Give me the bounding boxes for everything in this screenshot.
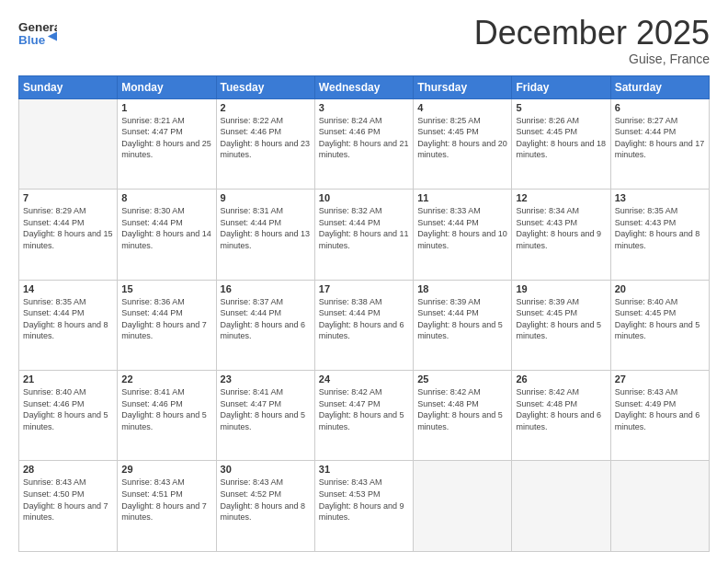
day-number: 14 (23, 283, 113, 294)
calendar-cell: 25Sunrise: 8:42 AMSunset: 4:48 PMDayligh… (414, 371, 512, 461)
svg-text:Blue: Blue (18, 33, 46, 47)
calendar-cell (19, 98, 118, 189)
day-number: 24 (319, 373, 409, 385)
calendar-cell: 3Sunrise: 8:24 AMSunset: 4:46 PMDaylight… (314, 98, 413, 189)
calendar-cell: 15Sunrise: 8:36 AMSunset: 4:44 PMDayligh… (118, 280, 216, 370)
logo-icon: General Blue (18, 15, 57, 53)
day-info: Sunrise: 8:27 AMSunset: 4:44 PMDaylight:… (615, 115, 705, 161)
day-number: 29 (121, 464, 211, 475)
calendar-cell: 27Sunrise: 8:43 AMSunset: 4:49 PMDayligh… (610, 371, 709, 461)
calendar-table: SundayMondayTuesdayWednesdayThursdayFrid… (18, 75, 710, 552)
calendar-cell: 28Sunrise: 8:43 AMSunset: 4:50 PMDayligh… (19, 461, 118, 552)
day-info: Sunrise: 8:43 AMSunset: 4:51 PMDaylight:… (121, 477, 211, 523)
calendar-cell: 8Sunrise: 8:30 AMSunset: 4:44 PMDaylight… (118, 190, 216, 280)
day-number: 17 (319, 283, 409, 294)
day-info: Sunrise: 8:25 AMSunset: 4:45 PMDaylight:… (417, 115, 507, 161)
day-number: 12 (516, 192, 606, 203)
weekday-header-cell: Sunday (19, 75, 118, 98)
day-info: Sunrise: 8:22 AMSunset: 4:46 PMDaylight:… (221, 115, 311, 161)
calendar-week-row: 28Sunrise: 8:43 AMSunset: 4:50 PMDayligh… (19, 461, 710, 552)
calendar-cell: 26Sunrise: 8:42 AMSunset: 4:48 PMDayligh… (512, 371, 610, 461)
calendar-cell: 1Sunrise: 8:21 AMSunset: 4:47 PMDaylight… (118, 98, 216, 189)
calendar-cell: 13Sunrise: 8:35 AMSunset: 4:43 PMDayligh… (610, 190, 709, 280)
calendar-cell: 29Sunrise: 8:43 AMSunset: 4:51 PMDayligh… (118, 461, 216, 552)
calendar-cell (610, 461, 709, 552)
calendar-cell: 31Sunrise: 8:43 AMSunset: 4:53 PMDayligh… (314, 461, 413, 552)
day-number: 7 (23, 192, 113, 203)
day-info: Sunrise: 8:41 AMSunset: 4:46 PMDaylight:… (121, 386, 211, 432)
weekday-header-cell: Saturday (610, 75, 709, 98)
calendar-cell: 16Sunrise: 8:37 AMSunset: 4:44 PMDayligh… (216, 280, 314, 370)
day-info: Sunrise: 8:41 AMSunset: 4:47 PMDaylight:… (221, 386, 311, 432)
calendar-cell: 11Sunrise: 8:33 AMSunset: 4:44 PMDayligh… (414, 190, 512, 280)
weekday-header-cell: Tuesday (216, 75, 314, 98)
day-info: Sunrise: 8:43 AMSunset: 4:50 PMDaylight:… (23, 477, 113, 523)
day-number: 27 (615, 373, 705, 385)
day-number: 2 (221, 102, 311, 113)
day-info: Sunrise: 8:40 AMSunset: 4:45 PMDaylight:… (615, 296, 705, 342)
day-number: 23 (221, 373, 311, 385)
calendar-cell: 21Sunrise: 8:40 AMSunset: 4:46 PMDayligh… (19, 371, 118, 461)
day-info: Sunrise: 8:36 AMSunset: 4:44 PMDaylight:… (121, 296, 211, 342)
day-number: 16 (221, 283, 311, 294)
day-number: 31 (319, 464, 409, 475)
title-block: December 2025 Guise, France (474, 15, 710, 66)
day-number: 13 (615, 192, 705, 203)
calendar-week-row: 1Sunrise: 8:21 AMSunset: 4:47 PMDaylight… (19, 98, 710, 189)
day-number: 5 (516, 102, 606, 113)
day-number: 9 (221, 192, 311, 203)
day-info: Sunrise: 8:39 AMSunset: 4:45 PMDaylight:… (516, 296, 606, 342)
day-number: 4 (417, 102, 507, 113)
calendar-cell: 9Sunrise: 8:31 AMSunset: 4:44 PMDaylight… (216, 190, 314, 280)
calendar-week-row: 21Sunrise: 8:40 AMSunset: 4:46 PMDayligh… (19, 371, 710, 461)
day-info: Sunrise: 8:32 AMSunset: 4:44 PMDaylight:… (319, 205, 409, 251)
calendar-cell: 2Sunrise: 8:22 AMSunset: 4:46 PMDaylight… (216, 98, 314, 189)
day-info: Sunrise: 8:35 AMSunset: 4:44 PMDaylight:… (23, 296, 113, 342)
calendar-cell: 19Sunrise: 8:39 AMSunset: 4:45 PMDayligh… (512, 280, 610, 370)
day-number: 19 (516, 283, 606, 294)
calendar-cell: 20Sunrise: 8:40 AMSunset: 4:45 PMDayligh… (610, 280, 709, 370)
logo: General Blue (18, 15, 57, 53)
calendar-cell: 10Sunrise: 8:32 AMSunset: 4:44 PMDayligh… (314, 190, 413, 280)
weekday-header-row: SundayMondayTuesdayWednesdayThursdayFrid… (19, 75, 710, 98)
calendar-week-row: 14Sunrise: 8:35 AMSunset: 4:44 PMDayligh… (19, 280, 710, 370)
weekday-header-cell: Thursday (414, 75, 512, 98)
day-number: 21 (23, 373, 113, 385)
weekday-header-cell: Friday (512, 75, 610, 98)
day-number: 1 (121, 102, 211, 113)
calendar-cell: 17Sunrise: 8:38 AMSunset: 4:44 PMDayligh… (314, 280, 413, 370)
day-number: 22 (121, 373, 211, 385)
day-info: Sunrise: 8:43 AMSunset: 4:49 PMDaylight:… (615, 386, 705, 432)
day-info: Sunrise: 8:38 AMSunset: 4:44 PMDaylight:… (319, 296, 409, 342)
day-number: 6 (615, 102, 705, 113)
day-number: 30 (221, 464, 311, 475)
day-info: Sunrise: 8:31 AMSunset: 4:44 PMDaylight:… (221, 205, 311, 251)
day-number: 28 (23, 464, 113, 475)
day-info: Sunrise: 8:42 AMSunset: 4:48 PMDaylight:… (417, 386, 507, 432)
calendar-cell: 18Sunrise: 8:39 AMSunset: 4:44 PMDayligh… (414, 280, 512, 370)
calendar-cell (414, 461, 512, 552)
weekday-header-cell: Monday (118, 75, 216, 98)
day-number: 15 (121, 283, 211, 294)
day-info: Sunrise: 8:43 AMSunset: 4:53 PMDaylight:… (319, 477, 409, 523)
calendar-cell (512, 461, 610, 552)
day-number: 18 (417, 283, 507, 294)
day-number: 25 (417, 373, 507, 385)
day-info: Sunrise: 8:30 AMSunset: 4:44 PMDaylight:… (121, 205, 211, 251)
page: General Blue December 2025 Guise, France… (0, 0, 728, 563)
day-info: Sunrise: 8:42 AMSunset: 4:48 PMDaylight:… (516, 386, 606, 432)
calendar-cell: 7Sunrise: 8:29 AMSunset: 4:44 PMDaylight… (19, 190, 118, 280)
day-info: Sunrise: 8:40 AMSunset: 4:46 PMDaylight:… (23, 386, 113, 432)
calendar-cell: 24Sunrise: 8:42 AMSunset: 4:47 PMDayligh… (314, 371, 413, 461)
day-number: 8 (121, 192, 211, 203)
day-number: 3 (319, 102, 409, 113)
day-number: 11 (417, 192, 507, 203)
location: Guise, France (474, 52, 710, 66)
day-info: Sunrise: 8:42 AMSunset: 4:47 PMDaylight:… (319, 386, 409, 432)
calendar-cell: 6Sunrise: 8:27 AMSunset: 4:44 PMDaylight… (610, 98, 709, 189)
calendar-cell: 4Sunrise: 8:25 AMSunset: 4:45 PMDaylight… (414, 98, 512, 189)
calendar-cell: 22Sunrise: 8:41 AMSunset: 4:46 PMDayligh… (118, 371, 216, 461)
day-info: Sunrise: 8:35 AMSunset: 4:43 PMDaylight:… (615, 205, 705, 251)
calendar-cell: 23Sunrise: 8:41 AMSunset: 4:47 PMDayligh… (216, 371, 314, 461)
weekday-header-cell: Wednesday (314, 75, 413, 98)
